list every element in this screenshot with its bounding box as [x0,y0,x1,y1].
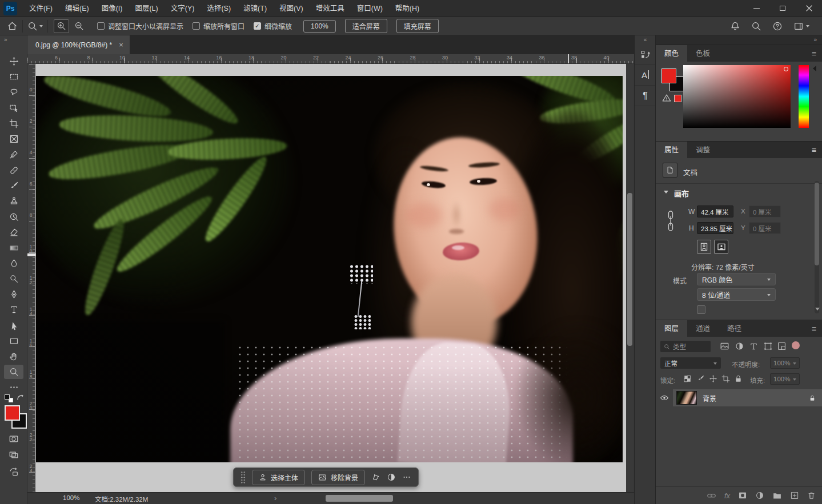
link-layers-icon[interactable] [707,491,716,501]
zoom-tool[interactable] [4,365,23,379]
brush-tool[interactable] [4,179,23,193]
lock-position-icon[interactable] [709,374,717,383]
zoom-all-windows-checkbox-group[interactable]: ✓ 缩放所有窗口 [193,21,244,31]
gamut-color-swatch[interactable] [674,95,681,102]
default-colors-icon[interactable] [5,394,15,404]
hand-tool[interactable] [4,349,23,364]
foreground-color-swatch[interactable] [5,405,20,421]
properties-checkbox[interactable] [697,305,705,314]
transform-icon[interactable] [371,473,380,482]
minimize-button[interactable] [743,0,769,17]
clone-stamp-tool[interactable] [4,194,23,208]
rectangle-tool[interactable] [4,334,23,348]
close-button[interactable] [796,0,822,17]
notifications-bell-icon[interactable] [730,21,740,31]
status-expand-icon[interactable]: › [274,494,276,502]
y-input[interactable]: 0 厘米 [749,222,781,234]
orientation-portrait-button[interactable] [697,240,711,254]
layer-style-icon[interactable]: fx [724,491,730,500]
horizontal-scroll-thumb[interactable] [326,495,393,502]
edit-toolbar-button[interactable] [4,380,23,394]
expand-panels-icon[interactable]: « [635,35,655,45]
foreground-color-swatch[interactable] [661,68,676,83]
opacity-field[interactable]: 100% [770,357,800,369]
orientation-landscape-button[interactable] [714,240,728,254]
menu-type[interactable]: 文字(Y) [165,0,201,17]
add-layer-mask-icon[interactable] [738,491,747,500]
x-input[interactable]: 0 厘米 [749,205,781,217]
version-history-panel-icon[interactable] [635,45,656,65]
vertical-scroll-thumb[interactable] [627,193,632,346]
filter-adjustment-layers-icon[interactable] [735,341,744,351]
fill-screen-button[interactable]: 填充屏幕 [396,19,439,33]
zoom-out-button[interactable] [71,19,87,33]
menu-plugins[interactable]: 增效工具 [310,0,351,17]
color-field[interactable] [683,65,791,128]
layer-thumbnail[interactable] [676,391,697,405]
new-adjustment-layer-icon[interactable] [755,491,764,500]
lock-all-icon[interactable] [734,374,743,383]
color-picker-ring[interactable] [784,67,788,71]
tab-paths[interactable]: 路径 [719,320,750,337]
resize-windows-checkbox-group[interactable]: ✓ 调整窗口大小以满屏显示 [97,21,183,31]
blend-mode-select[interactable]: 正常 [660,357,721,369]
fit-screen-button[interactable]: 适合屏幕 [345,19,387,33]
canvas-area[interactable] [35,64,626,492]
photo-canvas[interactable] [36,76,623,462]
filter-smart-objects-icon[interactable] [777,341,787,351]
lock-artboard-icon[interactable] [721,374,730,383]
screen-mode-button[interactable] [4,447,23,462]
hue-slider-marker[interactable] [810,66,816,71]
panel-menu-icon[interactable]: ≡ [812,49,816,58]
help-icon[interactable] [772,21,783,31]
scrubby-zoom-checkbox[interactable]: ✓ [254,22,261,30]
menu-view[interactable]: 视图(V) [273,0,310,17]
link-dimensions-icon[interactable] [667,209,675,232]
menu-window[interactable]: 窗口(W) [351,0,389,17]
new-group-icon[interactable] [772,491,782,501]
rotate-view-icon[interactable] [4,465,23,479]
dodge-tool[interactable] [4,272,23,286]
workspace-switcher[interactable] [793,21,809,31]
panel-menu-icon[interactable]: ≡ [812,324,816,333]
lock-pixels-icon[interactable] [696,374,705,383]
layer-filter-select[interactable]: 类型 [660,341,711,352]
zoom-tool-preset[interactable] [27,21,43,31]
scrubby-zoom-checkbox-group[interactable]: ✓ 细微缩放 [254,21,292,31]
hue-slider[interactable] [799,65,809,128]
quick-mask-button[interactable] [4,432,23,446]
swap-colors-icon[interactable] [16,394,24,402]
panel-menu-icon[interactable]: ≡ [812,146,816,155]
layer-row-background[interactable]: 背景 [673,389,822,406]
menu-edit[interactable]: 编辑(E) [59,0,95,17]
lock-transparency-icon[interactable] [683,374,692,383]
remove-background-button[interactable]: 移除背景 [311,470,365,485]
move-tool[interactable] [4,54,23,68]
menu-filter[interactable]: 滤镜(T) [237,0,273,17]
menu-help[interactable]: 帮助(H) [389,0,426,17]
tab-swatches[interactable]: 色板 [687,45,719,62]
healing-brush-tool[interactable] [4,163,23,178]
menu-layer[interactable]: 图层(L) [129,0,164,17]
type-tool[interactable] [4,303,23,317]
more-options-icon[interactable] [402,473,411,482]
canvas-vertical-scrollbar[interactable] [626,64,633,492]
filter-image-layers-icon[interactable] [720,341,729,351]
maximize-button[interactable] [769,0,796,17]
eraser-tool[interactable] [4,225,23,239]
layer-name[interactable]: 背景 [703,393,716,403]
properties-scrollbar[interactable] [815,181,819,313]
resize-windows-checkbox[interactable]: ✓ [97,22,105,30]
tab-properties[interactable]: 属性 [656,142,687,158]
menu-file[interactable]: 文件(F) [23,0,59,17]
tab-adjustments[interactable]: 调整 [687,142,719,158]
crop-tool[interactable] [4,116,23,131]
select-subject-button[interactable]: 选择主体 [252,470,305,485]
canvas-section-chevron-icon[interactable] [664,191,668,196]
layer-visibility-toggle[interactable] [656,389,673,406]
pen-tool[interactable] [4,287,23,301]
adjustments-icon[interactable] [387,473,396,482]
collapse-panels-icon[interactable]: » [656,35,822,45]
filter-type-layers-icon[interactable] [749,341,759,351]
history-brush-tool[interactable] [4,209,23,224]
